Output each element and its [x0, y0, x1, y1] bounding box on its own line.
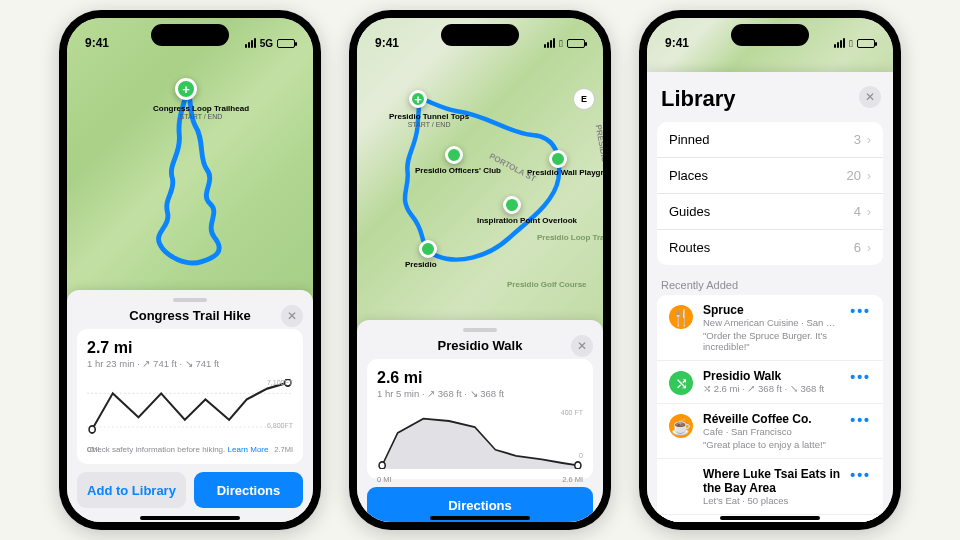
route-title: Congress Trail Hike	[129, 308, 250, 323]
entry-subtitle: New American Cuisine · San Francisc…	[703, 317, 840, 328]
recently-added-list: 🍴 Spruce New American Cuisine · San Fran…	[657, 295, 883, 522]
row-count: 20	[847, 168, 861, 183]
library-title: Library	[659, 80, 750, 114]
sheet-grabber[interactable]	[463, 328, 497, 332]
elevation-chart: 400 FT 0 0 MI 2.6 MI	[377, 409, 583, 469]
route-stats-card: 2.7 mi 1 hr 23 min · ↗ 741 ft · ↘ 741 ft…	[77, 329, 303, 464]
status-time: 9:41	[375, 36, 399, 50]
svg-point-5	[575, 462, 581, 469]
entry-title: Presidio Walk	[703, 369, 840, 383]
row-label: Pinned	[669, 132, 709, 147]
more-button[interactable]: •••	[850, 303, 871, 319]
route-stats-card: 2.6 mi 1 hr 5 min · ↗ 368 ft · ↘ 368 ft …	[367, 359, 593, 479]
svg-point-2	[89, 426, 95, 433]
route-sheet[interactable]: Presidio Walk ✕ 2.6 mi 1 hr 5 min · ↗ 36…	[357, 320, 603, 522]
library-entry[interactable]: Where Luke Tsai Eats in the Bay Area Let…	[657, 459, 883, 515]
status-network: 5G	[260, 38, 273, 49]
status-time: 9:41	[665, 36, 689, 50]
dynamic-island	[441, 24, 519, 46]
trailhead-pin[interactable]: +	[175, 78, 197, 100]
row-count: 6	[854, 240, 861, 255]
row-label: Guides	[669, 204, 710, 219]
chevron-right-icon: ›	[867, 133, 871, 147]
inspiration-pin[interactable]	[503, 196, 521, 214]
row-count: 3	[854, 132, 861, 147]
route-distance: 2.6 mi	[377, 369, 583, 387]
route-stats: 1 hr 23 min · ↗ 741 ft · ↘ 741 ft	[87, 358, 293, 369]
row-label: Routes	[669, 240, 710, 255]
route-distance: 2.7 mi	[87, 339, 293, 357]
home-indicator[interactable]	[720, 516, 820, 520]
library-entry[interactable]: 🍴 Spruce New American Cuisine · San Fran…	[657, 295, 883, 361]
close-button[interactable]: ✕	[571, 335, 593, 357]
tunnel-tops-pin[interactable]: +	[409, 90, 427, 108]
entry-icon: ☕	[669, 414, 693, 438]
recently-added-label: Recently Added	[647, 265, 893, 295]
chevron-right-icon: ›	[867, 169, 871, 183]
status-time: 9:41	[85, 36, 109, 50]
close-button[interactable]: ✕	[859, 86, 881, 108]
more-button[interactable]: •••	[850, 412, 871, 428]
library-row-guides[interactable]: Guides 4›	[657, 194, 883, 230]
battery-icon	[277, 39, 295, 48]
entry-quote: "Great place to enjoy a latte!"	[703, 439, 840, 450]
entry-quote: "Order the Spruce Burger. It's incredibl…	[703, 330, 840, 352]
phone-presidio-walk: 9:41 􀙇 E + Presidio Tunnel Tops START / …	[349, 10, 611, 530]
directions-button[interactable]: Directions	[194, 472, 303, 508]
library-categories: Pinned 3›Places 20›Guides 4›Routes 6›	[657, 122, 883, 265]
row-count: 4	[854, 204, 861, 219]
phone-library: 9:41 􀙇 Library ✕ Pinned 3›Places 20›Guid…	[639, 10, 901, 530]
route-title: Presidio Walk	[438, 338, 523, 353]
trailhead-label-text: Congress Loop Trailhead	[153, 104, 249, 113]
svg-point-4	[379, 462, 385, 469]
entry-icon: ⤭	[669, 371, 693, 395]
home-indicator[interactable]	[140, 516, 240, 520]
library-sheet[interactable]: Library ✕ Pinned 3›Places 20›Guides 4›Ro…	[647, 72, 893, 522]
entry-icon	[669, 469, 693, 493]
library-entry[interactable]: ☕ Réveille Coffee Co. Cafe · San Francis…	[657, 404, 883, 459]
library-entry[interactable]: ⤭ Presidio Walk ⤭ 2.6 mi · ↗ 368 ft · ↘ …	[657, 361, 883, 404]
route-stats: 1 hr 5 min · ↗ 368 ft · ↘ 368 ft	[377, 388, 583, 399]
library-row-routes[interactable]: Routes 6›	[657, 230, 883, 265]
phone-congress-trail: 9:41 5G + Congress Loop Trailhead START …	[59, 10, 321, 530]
trailhead-label: Congress Loop Trailhead START / END	[153, 104, 249, 120]
entry-title: Spruce	[703, 303, 840, 317]
entry-title: Réveille Coffee Co.	[703, 412, 840, 426]
add-to-library-button[interactable]: Add to Library	[77, 472, 186, 508]
entry-icon: 🍴	[669, 305, 693, 329]
map-view[interactable]: E + Presidio Tunnel Tops START / END Pre…	[357, 18, 603, 336]
row-label: Places	[669, 168, 708, 183]
battery-icon	[567, 39, 585, 48]
chevron-right-icon: ›	[867, 241, 871, 255]
close-button[interactable]: ✕	[281, 305, 303, 327]
battery-icon	[857, 39, 875, 48]
sheet-grabber[interactable]	[173, 298, 207, 302]
officers-club-pin[interactable]	[445, 146, 463, 164]
more-button[interactable]: •••	[850, 369, 871, 385]
more-button[interactable]: •••	[850, 467, 871, 483]
dynamic-island	[151, 24, 229, 46]
entry-subtitle: Let's Eat · 50 places	[703, 495, 840, 506]
elevation-chart: 7,100FT 6,800FT 0MI 2.7MI	[87, 379, 293, 439]
entry-subtitle: Cafe · San Francisco	[703, 426, 840, 437]
map-view[interactable]: + Congress Loop Trailhead START / END	[67, 18, 313, 310]
chevron-right-icon: ›	[867, 205, 871, 219]
entry-title: Where Luke Tsai Eats in the Bay Area	[703, 467, 840, 495]
compass-icon[interactable]: E	[573, 88, 595, 110]
presidio-pin[interactable]	[419, 240, 437, 258]
playground-pin[interactable]	[549, 150, 567, 168]
library-row-pinned[interactable]: Pinned 3›	[657, 122, 883, 158]
entry-subtitle: ⤭ 2.6 mi · ↗ 368 ft · ↘ 368 ft	[703, 383, 840, 394]
home-indicator[interactable]	[430, 516, 530, 520]
library-row-places[interactable]: Places 20›	[657, 158, 883, 194]
dynamic-island	[731, 24, 809, 46]
route-sheet[interactable]: Congress Trail Hike ✕ 2.7 mi 1 hr 23 min…	[67, 290, 313, 522]
